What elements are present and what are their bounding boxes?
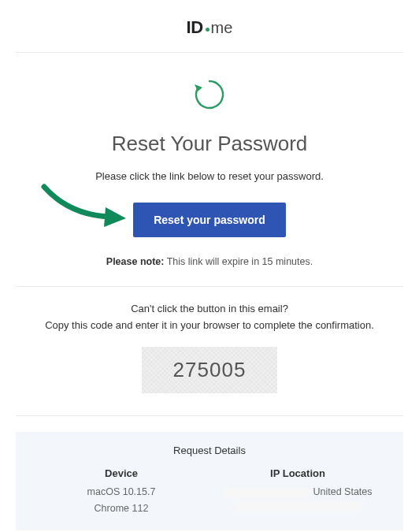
ip-location-header: IP Location [210,467,386,479]
svg-marker-1 [104,207,126,227]
confirmation-code: 275005 [173,358,247,381]
main-section: Reset Your Password Please click the lin… [16,53,403,287]
fallback-line1: Can't click the button in this email? [24,303,395,314]
ip-location-column: IP Location United States [210,467,386,518]
reset-password-button[interactable]: Reset your password [133,203,286,237]
email-header: ID me [16,0,403,53]
note-text: This link will expire in 15 minutes. [164,256,313,267]
request-details-title: Request Details [33,445,386,456]
fallback-line2: Copy this code and enter it in your brow… [24,319,395,331]
logo-dot-icon [206,28,210,32]
device-os: macOS 10.15.7 [33,484,210,500]
logo: ID me [187,17,233,38]
pointer-arrow-icon [38,184,132,239]
device-header: Device [33,467,210,479]
ip-location-line2 [210,500,386,517]
device-column: Device macOS 10.15.7 Chrome 112 [33,467,210,518]
ip-country: United States [313,486,372,497]
device-browser: Chrome 112 [33,500,210,517]
redacted-block [223,488,310,497]
note-label: Please note: [106,256,165,267]
logo-me-text: me [211,19,233,37]
redacted-block [235,502,361,512]
confirmation-code-box: 275005 [142,347,278,393]
page-title: Reset Your Password [24,132,395,156]
page-subtitle: Please click the link below to reset you… [24,170,395,182]
fallback-section: Can't click the button in this email? Co… [16,287,403,416]
svg-marker-0 [195,84,202,91]
logo-id-text: ID [187,17,203,38]
request-details-panel: Request Details Device macOS 10.15.7 Chr… [16,432,403,530]
ip-location-line1: United States [210,484,386,500]
refresh-icon [191,76,228,113]
expiry-note: Please note: This link will expire in 15… [24,256,395,267]
